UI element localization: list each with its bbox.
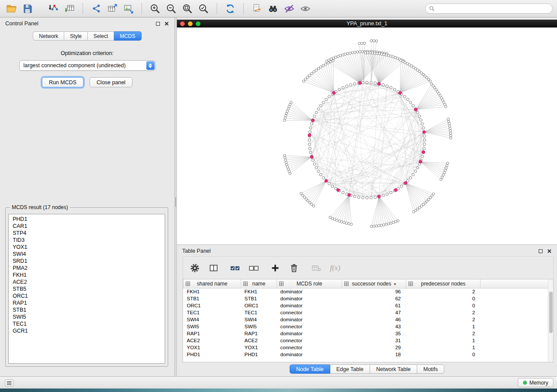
cell-predecessor-nodes[interactable]: 1 bbox=[406, 337, 481, 344]
cell-name[interactable]: YOX1 bbox=[241, 344, 277, 351]
search-box[interactable] bbox=[425, 3, 553, 14]
tab-node-table[interactable]: Node Table bbox=[290, 364, 330, 374]
zoom-in-button[interactable] bbox=[148, 2, 162, 15]
cell-mcds-role[interactable]: dominator bbox=[277, 316, 342, 323]
table-row[interactable]: ORC1 ORC1 dominator 61 0 bbox=[183, 302, 554, 309]
column-header-mcds-role[interactable]: MCDS role bbox=[277, 279, 342, 288]
show-columns-button[interactable] bbox=[208, 262, 219, 274]
scrollbar-thumb[interactable] bbox=[549, 292, 553, 333]
cell-name[interactable]: SWI4 bbox=[241, 316, 277, 323]
cell-name[interactable]: ORC1 bbox=[241, 302, 277, 309]
mcds-result-node[interactable]: RAP1 bbox=[9, 299, 165, 306]
search-input[interactable] bbox=[437, 6, 549, 12]
mcds-result-node[interactable]: PMA2 bbox=[9, 265, 165, 272]
table-settings-button[interactable] bbox=[189, 262, 201, 274]
table-row[interactable]: YOX1 YOX1 connector 29 1 bbox=[183, 344, 554, 351]
tab-edge-table[interactable]: Edge Table bbox=[330, 364, 370, 374]
function-builder-button[interactable]: f(x) bbox=[329, 262, 341, 274]
cell-successor-nodes[interactable]: 35 bbox=[342, 330, 406, 337]
table-row[interactable]: RAP1 RAP1 dominator 35 2 bbox=[183, 330, 554, 337]
show-details-button[interactable] bbox=[298, 2, 312, 15]
mcds-result-node[interactable]: SWI4 bbox=[9, 251, 165, 258]
close-panel-button[interactable]: Close panel bbox=[90, 77, 132, 87]
close-panel-icon[interactable]: ✕ bbox=[547, 248, 552, 254]
table-scrollbar[interactable] bbox=[548, 279, 553, 362]
run-mcds-button[interactable]: Run MCDS bbox=[42, 77, 83, 87]
column-header-successor-nodes[interactable]: successor nodes▾ bbox=[342, 279, 406, 288]
cell-mcds-role[interactable]: dominator bbox=[277, 330, 342, 337]
cell-mcds-role[interactable]: connector bbox=[277, 344, 342, 351]
cell-shared-name[interactable]: YOX1 bbox=[183, 344, 241, 351]
cell-mcds-role[interactable]: connector bbox=[277, 309, 342, 316]
table-row[interactable]: PHD1 PHD1 dominator 18 0 bbox=[183, 351, 554, 358]
tab-style[interactable]: Style bbox=[64, 31, 88, 41]
tab-mcds[interactable]: MCDS bbox=[114, 31, 141, 41]
table-row[interactable]: FKH1 FKH1 dominator 96 2 bbox=[183, 288, 554, 295]
mcds-result-node[interactable]: YOX1 bbox=[9, 244, 165, 251]
open-session-button[interactable] bbox=[4, 2, 18, 15]
zoom-selected-button[interactable] bbox=[197, 2, 211, 15]
mcds-result-node[interactable]: GCR1 bbox=[9, 327, 165, 334]
mcds-result-node[interactable]: SWI5 bbox=[9, 313, 165, 320]
cell-shared-name[interactable]: SWI5 bbox=[183, 323, 241, 330]
cell-successor-nodes[interactable]: 29 bbox=[342, 344, 406, 351]
tab-network[interactable]: Network bbox=[33, 31, 64, 41]
table-row[interactable]: STB1 STB1 dominator 62 0 bbox=[183, 295, 554, 302]
cell-shared-name[interactable]: STB1 bbox=[183, 295, 241, 302]
close-panel-icon[interactable]: ✕ bbox=[164, 21, 169, 27]
cell-predecessor-nodes[interactable]: 2 bbox=[406, 288, 481, 295]
cell-predecessor-nodes[interactable]: 2 bbox=[406, 330, 481, 337]
table-row[interactable]: TEC1 TEC1 connector 47 2 bbox=[183, 309, 554, 316]
cell-shared-name[interactable]: ORC1 bbox=[183, 302, 241, 309]
cell-shared-name[interactable]: FKH1 bbox=[183, 288, 241, 295]
mcds-result-node[interactable]: TEC1 bbox=[9, 320, 165, 327]
mcds-result-node[interactable]: SRD1 bbox=[9, 258, 165, 265]
float-panel-icon[interactable] bbox=[539, 249, 543, 253]
memory-button[interactable]: Memory bbox=[518, 378, 554, 387]
cell-shared-name[interactable]: ACE2 bbox=[183, 337, 241, 344]
cell-name[interactable]: ACE2 bbox=[241, 337, 277, 344]
tab-select[interactable]: Select bbox=[88, 31, 114, 41]
cell-shared-name[interactable]: SWI4 bbox=[183, 316, 241, 323]
cell-shared-name[interactable]: RAP1 bbox=[183, 330, 241, 337]
import-table-button[interactable] bbox=[62, 2, 76, 15]
publish-document-button[interactable] bbox=[250, 2, 264, 15]
column-header-shared-name[interactable]: shared name bbox=[183, 279, 241, 288]
float-panel-icon[interactable] bbox=[156, 22, 160, 26]
mcds-result-node[interactable]: CAR1 bbox=[9, 223, 165, 230]
mcds-result-node[interactable]: TID3 bbox=[9, 237, 165, 244]
cell-name[interactable]: TEC1 bbox=[241, 309, 277, 316]
new-network-button[interactable] bbox=[89, 2, 103, 15]
cell-successor-nodes[interactable]: 62 bbox=[342, 295, 406, 302]
network-window-titlebar[interactable]: YPA_prune.txt_1 bbox=[177, 20, 557, 28]
cell-predecessor-nodes[interactable]: 0 bbox=[406, 302, 481, 309]
mcds-result-node[interactable]: STB1 bbox=[9, 306, 165, 313]
export-image-button[interactable] bbox=[121, 2, 135, 15]
column-header-name[interactable]: name bbox=[241, 279, 277, 288]
delete-column-button[interactable] bbox=[288, 262, 300, 274]
cell-predecessor-nodes[interactable]: 0 bbox=[406, 295, 481, 302]
cell-successor-nodes[interactable]: 61 bbox=[342, 302, 406, 309]
network-canvas[interactable] bbox=[177, 28, 557, 244]
mcds-result-node[interactable]: FKH1 bbox=[9, 272, 165, 279]
export-table-button[interactable] bbox=[105, 2, 119, 15]
cell-name[interactable]: SWI5 bbox=[241, 323, 277, 330]
mcds-result-list[interactable]: PHD1CAR1STP4TID3YOX1SWI4SRD1PMA2FKH1ACE2… bbox=[8, 214, 165, 364]
cell-mcds-role[interactable]: connector bbox=[277, 323, 342, 330]
cell-successor-nodes[interactable]: 46 bbox=[342, 316, 406, 323]
zoom-out-button[interactable] bbox=[164, 2, 178, 15]
deselect-all-rows-button[interactable] bbox=[248, 262, 259, 274]
import-network-button[interactable] bbox=[46, 2, 60, 15]
cell-predecessor-nodes[interactable]: 1 bbox=[406, 344, 481, 351]
cell-predecessor-nodes[interactable]: 1 bbox=[406, 323, 481, 330]
mcds-result-node[interactable]: PHD1 bbox=[9, 216, 165, 223]
cell-predecessor-nodes[interactable]: 2 bbox=[406, 309, 481, 316]
hide-details-button[interactable] bbox=[282, 2, 296, 15]
create-column-button[interactable] bbox=[270, 262, 281, 274]
cell-name[interactable]: FKH1 bbox=[241, 288, 277, 295]
cell-mcds-role[interactable]: dominator bbox=[277, 295, 342, 302]
cell-mcds-role[interactable]: dominator bbox=[277, 302, 342, 309]
cell-successor-nodes[interactable]: 47 bbox=[342, 309, 406, 316]
save-session-button[interactable] bbox=[21, 2, 35, 15]
delete-table-button[interactable] bbox=[311, 262, 322, 274]
